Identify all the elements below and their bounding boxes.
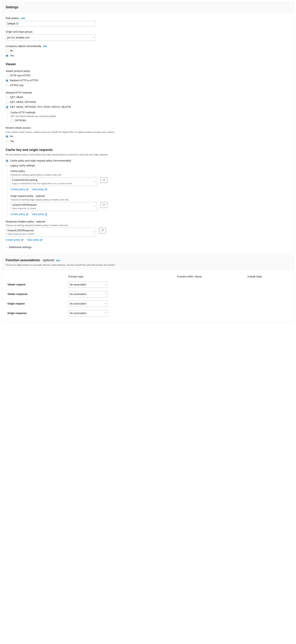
- function-row: Origin responseNo association: [6, 309, 290, 318]
- restrict-no: No: [10, 134, 13, 138]
- radio-icon-selected: [6, 79, 9, 82]
- cache-methods-label: Cache HTTP methods: [11, 111, 290, 114]
- allowed-methods-field: Allowed HTTP methods GET, HEAD GET, HEAD…: [6, 91, 290, 122]
- function-row: Origin requestNo association: [6, 299, 290, 308]
- response-headers-refresh-button[interactable]: [99, 228, 106, 234]
- view-policy-text: View policy: [32, 212, 44, 216]
- cache-policy-value: CustomServerCaching: [12, 178, 92, 182]
- create-policy-text: Create policy: [11, 212, 25, 216]
- path-pattern-info-link[interactable]: Info: [21, 17, 25, 20]
- methods-radio-0[interactable]: GET, HEAD: [6, 95, 290, 99]
- response-headers-value: UmamiCORSResponse: [7, 228, 91, 232]
- radio-icon: [6, 84, 9, 87]
- origin-request-create-link[interactable]: Create policy: [11, 212, 28, 216]
- viewer-heading: Viewer: [6, 62, 290, 67]
- viewer-protocol-label: Viewer protocol policy: [6, 69, 290, 73]
- radio-icon-selected: [6, 160, 9, 162]
- create-policy-text: Create policy: [11, 188, 25, 191]
- origin-label: Origin and origin groups: [6, 30, 290, 34]
- refresh-icon: [102, 204, 105, 206]
- cache-methods-block: Cache HTTP methods GET and HEAD methods …: [7, 111, 290, 122]
- cachekey-policy-radios: Cache policy and origin request policy (…: [6, 159, 290, 216]
- functions-header: Function associations - optional Info Ch…: [2, 255, 294, 270]
- refresh-icon: [101, 229, 104, 232]
- methods-opt2: GET, HEAD, OPTIONS, PUT, POST, PATCH, DE…: [10, 105, 71, 109]
- cachekey-heading: Cache key and origin requests: [6, 148, 290, 152]
- cachekey-radio-policy[interactable]: Cache policy and origin request policy (…: [6, 159, 290, 162]
- protocol-opt0: HTTP and HTTPS: [10, 74, 30, 78]
- restrict-radio-yes[interactable]: Yes: [6, 139, 290, 143]
- function-row-label: Viewer response: [6, 290, 66, 299]
- radio-icon: [6, 164, 9, 167]
- restrict-radio-no[interactable]: No: [6, 134, 290, 138]
- radio-icon: [6, 140, 9, 143]
- function-row-label: Viewer request: [6, 280, 66, 289]
- origin-request-select[interactable]: UmamiCORSRequest Allow requests to Umami: [11, 202, 97, 211]
- function-row: Viewer requestNo association: [6, 280, 290, 289]
- cache-policy-create-link[interactable]: Create policy: [11, 188, 28, 191]
- cache-methods-options-checkbox[interactable]: OPTIONS: [11, 119, 290, 122]
- origin-field: Origin and origin groups jpl-srv1.joepla…: [6, 30, 290, 41]
- functions-desc: Choose an edge function to associate wit…: [6, 264, 290, 267]
- external-link-icon: [40, 239, 42, 241]
- radio-icon: [6, 101, 9, 104]
- viewer-protocol-field: Viewer protocol policy HTTP and HTTPS Re…: [6, 69, 290, 87]
- caret-right-icon: [6, 246, 8, 248]
- protocol-opt1: Redirect HTTP to HTTPS: [10, 78, 39, 82]
- additional-settings-toggle[interactable]: Additional settings: [6, 246, 290, 249]
- col-function-type: Function type: [67, 274, 176, 280]
- radio-icon: [6, 96, 9, 99]
- viewer-protocol-radio-redirect[interactable]: Redirect HTTP to HTTPS: [6, 78, 290, 82]
- path-pattern-input[interactable]: [6, 21, 96, 26]
- cache-policy-view-link[interactable]: View policy: [32, 188, 47, 191]
- cachekey-opt1: Legacy cache settings: [10, 164, 35, 168]
- functions-info-link[interactable]: Info: [56, 259, 60, 262]
- function-type-select[interactable]: No association: [68, 310, 108, 316]
- origin-request-value: UmamiCORSRequest: [12, 203, 92, 207]
- origin-request-label: Origin request policy - optional: [11, 194, 290, 198]
- external-link-icon: [45, 188, 47, 190]
- compress-info-link[interactable]: Info: [43, 45, 47, 48]
- restrict-access-field: Restrict viewer access If you restrict v…: [6, 126, 290, 143]
- methods-radio-1[interactable]: GET, HEAD, OPTIONS: [6, 100, 290, 104]
- col-function-arn: Function ARN / Name: [176, 274, 246, 280]
- cache-policy-refresh-button[interactable]: [100, 177, 107, 183]
- refresh-icon: [102, 179, 105, 182]
- response-headers-desc: Choose an existing response headers poli…: [6, 224, 290, 227]
- functions-title-text: Function associations: [6, 258, 40, 262]
- viewer-protocol-radio-https[interactable]: HTTPS only: [6, 84, 290, 87]
- col-blank: [6, 274, 66, 280]
- response-headers-create-link[interactable]: Create policy: [6, 238, 23, 242]
- radio-icon-selected: [6, 106, 9, 108]
- origin-select[interactable]: jpl-srv1.joeplaa.com: [6, 34, 96, 41]
- restrict-desc: If you restrict viewer access, viewers m…: [6, 130, 290, 134]
- function-type-select[interactable]: No association: [68, 291, 108, 297]
- cache-methods-desc: GET and HEAD methods are cached by defau…: [11, 115, 290, 118]
- cache-policy-select[interactable]: CustomServerCaching Apply to distributio…: [11, 177, 97, 186]
- viewer-protocol-radio-http[interactable]: HTTP and HTTPS: [6, 74, 290, 78]
- origin-request-sub: Allow requests to Umami: [12, 207, 92, 210]
- settings-body: Path pattern Info Origin and origin grou…: [2, 13, 294, 253]
- origin-request-label-text: Origin request policy: [11, 194, 34, 198]
- function-type-select[interactable]: No association: [68, 282, 108, 288]
- origin-request-view-link[interactable]: View policy: [32, 212, 47, 216]
- methods-radio-2[interactable]: GET, HEAD, OPTIONS, PUT, POST, PATCH, DE…: [6, 105, 290, 109]
- cachekey-opt0: Cache policy and origin request policy (…: [10, 159, 71, 162]
- cachekey-radio-legacy[interactable]: Legacy cache settings: [6, 164, 290, 168]
- external-link-icon: [45, 213, 47, 216]
- create-policy-text: Create policy: [6, 238, 21, 242]
- radio-icon-selected: [6, 135, 9, 138]
- cachekey-desc: We recommend using a cache policy and or…: [6, 153, 290, 156]
- response-headers-select[interactable]: UmamiCORSResponse Allow response from Um…: [6, 228, 96, 236]
- compress-radio-yes[interactable]: Yes: [6, 54, 290, 58]
- allowed-methods-label: Allowed HTTP methods: [6, 91, 290, 95]
- protocol-opt2: HTTPS only: [10, 84, 24, 87]
- compress-radio-no[interactable]: No: [6, 49, 290, 53]
- origin-request-refresh-button[interactable]: [100, 202, 107, 208]
- function-type-value: No association: [70, 312, 87, 314]
- response-headers-view-link[interactable]: View policy: [27, 238, 43, 242]
- functions-panel: Function associations - optional Info Ch…: [2, 255, 294, 322]
- view-policy-text: View policy: [32, 188, 44, 191]
- function-type-select[interactable]: No association: [68, 300, 108, 307]
- function-type-value: No association: [70, 292, 87, 296]
